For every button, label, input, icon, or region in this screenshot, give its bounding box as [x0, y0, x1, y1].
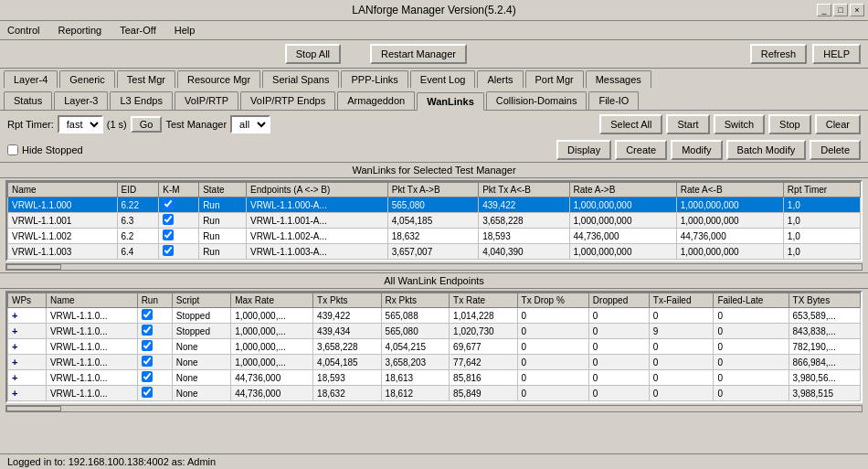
tab-layer3[interactable]: Layer-3 — [54, 91, 108, 110]
table-row[interactable]: + VRWL-1.1.0... None 44,736,000 18,593 1… — [8, 370, 861, 386]
km-checkbox[interactable] — [163, 229, 174, 240]
tab-status[interactable]: Status — [4, 91, 52, 110]
col-tx-failed: Tx-Failed — [649, 293, 714, 308]
tab-voip-rtp[interactable]: VoIP/RTP — [175, 91, 238, 110]
table-row[interactable]: + VRWL-1.1.0... None 1,000,000,... 4,054… — [8, 355, 861, 370]
wanlinks-scrollbar[interactable] — [5, 263, 863, 271]
col-script: Script — [172, 293, 230, 308]
create-button[interactable]: Create — [615, 140, 667, 160]
cell-rate-ab: 1,000,000,000 — [569, 197, 676, 213]
cell-pkt-tx-ab: 18,632 — [387, 229, 478, 244]
run-checkbox[interactable] — [142, 309, 153, 320]
plus-button[interactable]: + — [12, 357, 17, 368]
cell-script: Stopped — [172, 324, 230, 339]
run-checkbox[interactable] — [142, 387, 153, 398]
col-ep-name: Name — [46, 293, 137, 308]
table-row[interactable]: + VRWL-1.1.0... None 44,736,000 18,632 1… — [8, 386, 861, 401]
plus-button[interactable]: + — [12, 372, 17, 383]
cell-rate-ab: 44,736,000 — [569, 229, 676, 244]
select-all-button[interactable]: Select All — [599, 114, 662, 134]
endpoints-table-container[interactable]: WPs Name Run Script Max Rate Tx Pkts Rx … — [5, 291, 863, 403]
menu-tear-off[interactable]: Tear-Off — [116, 23, 160, 37]
run-checkbox[interactable] — [142, 356, 153, 367]
endpoints-table: WPs Name Run Script Max Rate Tx Pkts Rx … — [7, 293, 861, 401]
start-button[interactable]: Start — [666, 114, 709, 134]
plus-button[interactable]: + — [12, 310, 17, 321]
tab-generic[interactable]: Generic — [59, 70, 115, 88]
km-checkbox[interactable] — [163, 245, 174, 256]
cell-ep-name: VRWL-1.1.0... — [46, 339, 137, 355]
tab-armageddon[interactable]: Armageddon — [337, 91, 415, 110]
km-checkbox[interactable] — [163, 214, 174, 225]
col-state: State — [199, 183, 247, 197]
cell-run — [137, 339, 172, 355]
cell-pkt-tx-ba: 3,658,228 — [479, 213, 569, 229]
table-row[interactable]: + VRWL-1.1.0... None 1,000,000,... 3,658… — [8, 339, 861, 355]
endpoints-scrollbar[interactable] — [5, 405, 863, 412]
plus-button[interactable]: + — [12, 388, 17, 399]
menu-control[interactable]: Control — [4, 23, 43, 37]
cell-rate-ba: 1,000,000,000 — [676, 197, 783, 213]
cell-tx-bytes: 843,838,... — [789, 324, 860, 339]
table-row[interactable]: VRWL-1.1.002 6.2 Run VRWL-1.1.002-A... 1… — [8, 229, 861, 244]
table-row[interactable]: VRWL-1.1.003 6.4 Run VRWL-1.1.003-A... 3… — [8, 244, 861, 260]
batch-modify-button[interactable]: Batch Modify — [726, 140, 807, 160]
cell-endpoints: VRWL-1.1.002-A... — [247, 229, 388, 244]
tab-layer4[interactable]: Layer-4 — [4, 70, 58, 88]
tab-voip-rtp-endps[interactable]: VoIP/RTP Endps — [240, 91, 335, 110]
plus-button[interactable]: + — [12, 325, 17, 336]
cell-rx-pkts: 3,658,203 — [381, 355, 449, 370]
table-row[interactable]: VRWL-1.1.001 6.3 Run VRWL-1.1.001-A... 4… — [8, 213, 861, 229]
table-row[interactable]: + VRWL-1.1.0... Stopped 1,000,000,... 43… — [8, 308, 861, 324]
close-button[interactable]: × — [850, 4, 864, 16]
tab-l3-endps[interactable]: L3 Endps — [110, 91, 172, 110]
tab-alerts[interactable]: Alerts — [477, 70, 523, 88]
tab-ppp-links[interactable]: PPP-Links — [341, 70, 408, 88]
stop-all-button[interactable]: Stop All — [285, 44, 341, 64]
clear-button[interactable]: Clear — [815, 114, 861, 134]
switch-button[interactable]: Switch — [714, 114, 765, 134]
menu-help[interactable]: Help — [171, 23, 199, 37]
tab-test-mgr[interactable]: Test Mgr — [117, 70, 175, 88]
test-manager-select[interactable]: all — [230, 115, 270, 133]
stop-button[interactable]: Stop — [768, 114, 811, 134]
table-row[interactable]: + VRWL-1.1.0... Stopped 1,000,000,... 43… — [8, 324, 861, 339]
display-button[interactable]: Display — [556, 140, 611, 160]
cell-rx-pkts: 18,613 — [381, 370, 449, 386]
tab-messages[interactable]: Messages — [586, 70, 651, 88]
help-button[interactable]: HELP — [812, 44, 861, 64]
run-checkbox[interactable] — [142, 325, 153, 336]
hide-stopped-checkbox[interactable] — [7, 144, 18, 155]
delete-button[interactable]: Delete — [810, 140, 861, 160]
col-wps: WPs — [8, 293, 47, 308]
cell-wp: + — [8, 324, 47, 339]
plus-button[interactable]: + — [12, 341, 17, 352]
restart-manager-button[interactable]: Restart Manager — [370, 44, 467, 64]
cell-pkt-tx-ab: 565,080 — [387, 197, 478, 213]
tab-event-log[interactable]: Event Log — [410, 70, 476, 88]
go-button[interactable]: Go — [131, 116, 163, 133]
tab-port-mgr[interactable]: Port Mgr — [525, 70, 584, 88]
tabs-row-1: Layer-4 Generic Test Mgr Resource Mgr Se… — [0, 69, 868, 88]
status-text: Logged in to: 192.168.100.138:4002 as: A… — [7, 456, 216, 467]
cell-state: Run — [199, 229, 247, 244]
minimize-button[interactable]: _ — [817, 4, 831, 16]
run-checkbox[interactable] — [142, 371, 153, 382]
table-row[interactable]: VRWL-1.1.000 6.22 Run VRWL-1.1.000-A... … — [8, 197, 861, 213]
menu-reporting[interactable]: Reporting — [54, 23, 105, 37]
cell-wp: + — [8, 355, 47, 370]
refresh-button[interactable]: Refresh — [750, 44, 808, 64]
cell-dropped: 0 — [588, 386, 649, 401]
tab-file-io[interactable]: File-IO — [588, 91, 639, 110]
tab-collision-domains[interactable]: Collision-Domains — [486, 91, 587, 110]
cell-ep-name: VRWL-1.1.0... — [46, 370, 137, 386]
rpt-timer-select[interactable]: fast — [58, 115, 103, 133]
maximize-button[interactable]: □ — [833, 4, 848, 16]
tab-wanlinks[interactable]: WanLinks — [417, 92, 484, 111]
tab-serial-spans[interactable]: Serial Spans — [262, 70, 339, 88]
tab-resource-mgr[interactable]: Resource Mgr — [177, 70, 260, 88]
modify-button[interactable]: Modify — [671, 140, 722, 160]
km-checkbox[interactable] — [163, 198, 174, 209]
run-checkbox[interactable] — [142, 340, 153, 351]
wanlinks-table-container[interactable]: Name EID K-M State Endpoints (A <-> B) P… — [5, 180, 863, 261]
